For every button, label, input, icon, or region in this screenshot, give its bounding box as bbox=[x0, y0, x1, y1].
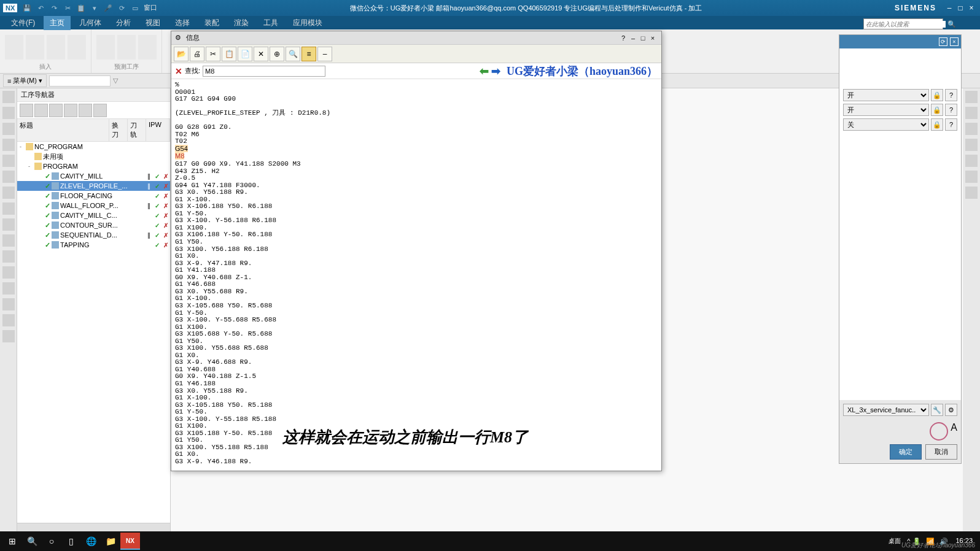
help-icon[interactable]: ? bbox=[945, 118, 957, 131]
tool-icon[interactable] bbox=[2, 250, 15, 263]
find-prev-icon[interactable]: ⬅ bbox=[480, 64, 489, 78]
menu-item[interactable]: 视图 bbox=[139, 16, 166, 30]
sync-icon[interactable]: ⟳ bbox=[117, 3, 126, 13]
ribbon-icon[interactable] bbox=[68, 35, 86, 60]
menu-button[interactable]: ≡ 菜单(M) ▾ bbox=[3, 74, 47, 87]
menu-item[interactable]: 渲染 bbox=[228, 16, 255, 30]
horizontal-scrollbar[interactable] bbox=[17, 523, 170, 531]
col-toolchange[interactable]: 换刀 bbox=[109, 119, 128, 141]
postprocessor-select[interactable]: XL_3x_service_fanuc.. bbox=[843, 404, 929, 416]
ok-button[interactable]: 确定 bbox=[890, 444, 922, 460]
ribbon-icon[interactable] bbox=[138, 35, 157, 60]
tool-icon[interactable] bbox=[965, 123, 978, 135]
find-icon[interactable]: 🔍 bbox=[286, 47, 300, 61]
redo-icon[interactable]: ↷ bbox=[49, 3, 59, 13]
tree-row[interactable]: -NC_PROGRAM bbox=[17, 142, 170, 152]
window-menu-label[interactable]: 窗口 bbox=[144, 3, 157, 13]
info-titlebar[interactable]: ⚙ 信息 ? – □ × bbox=[171, 31, 661, 45]
contour-icon[interactable] bbox=[117, 35, 136, 60]
info-help-button[interactable]: ? bbox=[618, 33, 628, 43]
lock-icon[interactable]: 🔒 bbox=[931, 104, 943, 116]
menu-item[interactable]: 工具 bbox=[257, 16, 284, 30]
close-find-icon[interactable]: ✕ bbox=[175, 66, 182, 76]
filter-icon[interactable]: ▽ bbox=[113, 77, 118, 85]
wrench-icon[interactable]: 🔧 bbox=[931, 404, 943, 416]
filter-combo[interactable] bbox=[49, 75, 111, 87]
window-icon[interactable]: ▭ bbox=[130, 3, 140, 13]
minimize-button[interactable]: – bbox=[944, 2, 955, 13]
tree-row[interactable]: -PROGRAM bbox=[17, 161, 170, 171]
mic-icon[interactable]: 🎤 bbox=[103, 3, 113, 13]
tool-icon[interactable] bbox=[2, 187, 15, 199]
open-icon[interactable]: 📂 bbox=[174, 47, 189, 61]
minus-icon[interactable]: – bbox=[317, 47, 332, 61]
panel-tool-icon[interactable] bbox=[20, 104, 33, 117]
tool-icon[interactable] bbox=[2, 139, 15, 151]
tree-row[interactable]: ✓FLOOR_FACING✓✗ bbox=[17, 191, 170, 201]
menu-item[interactable]: 文件(F) bbox=[5, 16, 41, 30]
dropdown-icon[interactable]: ▾ bbox=[90, 3, 99, 13]
help-icon[interactable]: ? bbox=[945, 89, 957, 101]
panel-tool-icon[interactable] bbox=[93, 104, 107, 117]
tree-row[interactable]: ✓CONTOUR_SUR...✓✗ bbox=[17, 220, 170, 230]
search-input[interactable] bbox=[864, 21, 946, 28]
menu-item[interactable]: 应用模块 bbox=[287, 16, 329, 30]
tree-row[interactable]: ✓ZLEVEL_PROFILE_...‖✓✗ bbox=[17, 181, 170, 191]
create-tool-icon[interactable] bbox=[5, 35, 23, 60]
copy-icon[interactable]: 📋 bbox=[222, 47, 236, 61]
tree-row[interactable]: ✓SEQUENTIAL_D...‖✓✗ bbox=[17, 230, 170, 240]
tree-row[interactable]: ✓TAPPING✓✗ bbox=[17, 240, 170, 250]
cut-icon[interactable]: ✂ bbox=[206, 47, 220, 61]
tool-icon[interactable] bbox=[965, 139, 978, 151]
tool-icon[interactable] bbox=[2, 171, 15, 183]
option-select[interactable]: 关 bbox=[843, 118, 929, 131]
gcode-listing[interactable]: % O0001 G17 G21 G94 G90 (ZLEVEL_PROFILE_… bbox=[171, 79, 661, 468]
help-icon[interactable]: ? bbox=[945, 104, 957, 116]
option-select[interactable]: 开 bbox=[843, 89, 929, 101]
drill-icon[interactable] bbox=[96, 35, 115, 60]
tool-icon[interactable] bbox=[965, 91, 978, 103]
tool-icon[interactable] bbox=[965, 155, 978, 167]
paste-icon[interactable]: 📄 bbox=[238, 47, 252, 61]
panel-tool-icon[interactable] bbox=[34, 104, 48, 117]
start-button[interactable]: ⊞ bbox=[2, 533, 22, 550]
menu-item[interactable]: 分析 bbox=[110, 16, 137, 30]
col-title[interactable]: 标题 bbox=[17, 119, 109, 141]
menu-item[interactable]: 选择 bbox=[169, 16, 196, 30]
save-icon[interactable]: 💾 bbox=[22, 3, 32, 13]
find-input[interactable] bbox=[203, 66, 325, 77]
tool-icon[interactable] bbox=[2, 298, 15, 310]
maximize-button[interactable]: □ bbox=[955, 2, 966, 13]
tool-icon[interactable] bbox=[965, 171, 978, 183]
tool-icon[interactable] bbox=[2, 202, 15, 215]
create-geometry-icon[interactable] bbox=[26, 35, 44, 60]
tool-icon[interactable] bbox=[2, 330, 15, 342]
option-select[interactable]: 开 bbox=[843, 104, 929, 116]
tool-icon[interactable] bbox=[2, 282, 15, 295]
col-toolpath[interactable]: 刀轨 bbox=[128, 119, 146, 141]
tool-icon[interactable] bbox=[2, 155, 15, 167]
tool-icon[interactable] bbox=[2, 91, 15, 103]
close-button[interactable]: × bbox=[966, 2, 977, 13]
gear-icon[interactable]: ⚙ bbox=[175, 34, 184, 42]
taskview-button[interactable]: ▯ bbox=[61, 533, 81, 550]
search-button[interactable]: 🔍 bbox=[22, 533, 42, 550]
lock-icon[interactable]: 🔒 bbox=[931, 118, 943, 131]
tool-icon[interactable] bbox=[2, 266, 15, 279]
nx-taskbar-icon[interactable]: NX bbox=[120, 533, 140, 550]
cut-icon[interactable]: ✂ bbox=[63, 3, 72, 13]
lock-icon[interactable]: 🔒 bbox=[931, 89, 943, 101]
search-icon[interactable]: 🔍 bbox=[946, 20, 958, 28]
find-next-icon[interactable]: ➡ bbox=[491, 64, 500, 78]
tree-row[interactable]: ✓CAVITY_MILL_C...✓✗ bbox=[17, 210, 170, 220]
tree-row[interactable]: ✓WALL_FLOOR_P...‖✓✗ bbox=[17, 201, 170, 210]
tool-icon[interactable] bbox=[2, 107, 15, 119]
desktop-label[interactable]: 桌面 bbox=[889, 537, 901, 545]
font-icon[interactable]: A bbox=[951, 422, 957, 441]
info-minimize-button[interactable]: – bbox=[628, 33, 638, 43]
copy-icon[interactable]: 📋 bbox=[76, 3, 86, 13]
operation-tree[interactable]: -NC_PROGRAM未用项-PROGRAM✓CAVITY_MILL‖✓✗✓ZL… bbox=[17, 142, 170, 523]
tool-icon[interactable] bbox=[2, 234, 15, 247]
menu-item[interactable]: 主页 bbox=[44, 16, 71, 30]
command-search[interactable]: 🔍 bbox=[863, 18, 943, 29]
